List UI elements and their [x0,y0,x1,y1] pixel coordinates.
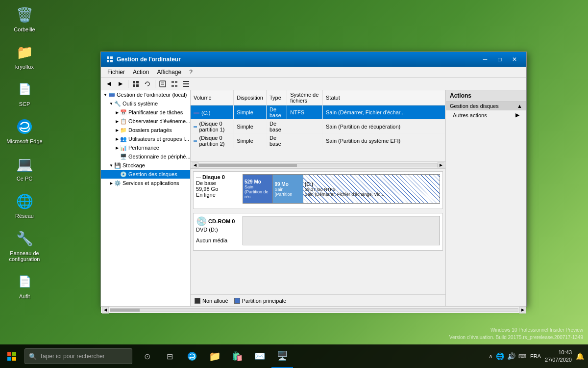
actions-section-arrow: ▲ [517,103,522,109]
tree-item-planif[interactable]: ▶ 📅 Planificateur de tâches [101,108,190,117]
svg-rect-7 [133,84,135,87]
toolbar-up[interactable] [130,79,141,89]
toolbar-view[interactable] [169,79,180,89]
taskbar-language[interactable]: FRA [530,353,541,359]
disk0-size: 59,98 Go [196,186,243,192]
toolbar-forward[interactable]: ▶ [115,79,126,89]
taskbar-explorer[interactable]: 📁 [204,344,225,368]
tree-item-root[interactable]: ▼ Gestion de l'ordinateur (local) [101,90,190,99]
disk-table: Volume Disposition Type Système de fichi… [191,90,445,148]
disk-visual-area: — Disque 0 De base 59,98 Go En ligne 529… [191,169,445,294]
svg-rect-8 [136,84,139,87]
menu-fichier[interactable]: Fichier [103,68,129,77]
svg-rect-25 [12,357,16,361]
scroll-bottom-left[interactable]: ◀ [102,307,109,314]
taskbar-keyboard[interactable]: ⌨ [518,353,526,360]
desktop-icon-aufit[interactable]: 📄 Aufit [7,272,42,299]
svg-rect-17 [183,81,189,82]
tree-label-utilisateurs: Utilisateurs et groupes l... [128,136,189,142]
taskbar-taskview[interactable]: ⊟ [159,344,180,368]
reseau-label: Réseau [15,213,34,219]
scp-icon: 📄 [15,79,34,99]
window-bottom-scrollbar[interactable]: ◀ ▶ [101,306,526,313]
tree-item-observ[interactable]: ▶ 📋 Observateur d'événeme... [101,117,190,126]
os-watermark: Windows 10 Professionnel Insider Preview… [449,326,583,341]
table-scrollbar[interactable]: ◀ ▶ [191,161,445,168]
bottom-scrollbar-track[interactable] [110,308,518,312]
tree-item-perf[interactable]: ▶ 📊 Performance [101,143,190,152]
search-bar[interactable]: 🔍 Taper ici pour rechercher [24,348,132,364]
scroll-left[interactable]: ◀ [192,162,198,169]
svg-rect-6 [136,81,139,83]
scroll-right[interactable]: ▶ [438,162,444,169]
menu-help[interactable]: ? [185,68,196,77]
toolbar: ◀ ▶ [101,78,526,90]
legend-unallocated: Non alloué [195,298,228,304]
disk0-name: Disque 0 [202,174,225,180]
table-row[interactable]: (Disque 0 partition 2) Simple De base Sa… [191,134,445,148]
table-row[interactable]: (Disque 0 partition 1) Simple De base Sa… [191,120,445,134]
tree-item-gestionnaire[interactable]: ▶ 🖥️ Gestionnaire de périphé... [101,152,190,161]
actions-section-gestion[interactable]: Gestion des disques ▲ [446,102,526,110]
partition-0-1[interactable]: 99 Mo Sain (Partition [273,175,303,203]
action-autres[interactable]: Autres actions ▶ [446,110,526,120]
desktop-icon-reseau[interactable]: 🌐 Réseau [7,191,42,219]
svg-rect-14 [175,81,177,83]
svg-rect-24 [7,357,11,361]
legend-label-primary: Partition principale [242,298,287,304]
toolbar-properties[interactable] [157,79,168,89]
tree-item-utilisateurs[interactable]: ▶ 👥 Utilisateurs et groupes l... [101,134,190,143]
right-panel: Volume Disposition Type Système de fichi… [191,90,445,306]
toolbar-extra[interactable] [181,79,192,89]
cdrom-status: Aucun média [196,237,243,243]
cell-type: De base [266,134,287,148]
taskbar-store[interactable]: 🛍️ [226,344,248,368]
desktop-icon-kryoflux[interactable]: 📁 kryoflux [7,42,42,70]
start-button[interactable] [0,344,24,368]
legend-box-unallocated [195,298,200,304]
scrollbar-track[interactable] [198,163,438,167]
scroll-bottom-right[interactable]: ▶ [519,307,526,314]
close-button[interactable]: ✕ [508,53,521,65]
tree-item-outils[interactable]: ▼ 🔧 Outils système [101,99,190,108]
taskbar-network[interactable]: 🌐 [496,352,504,360]
desktop-icon-scp[interactable]: 📄 SCP [7,79,42,107]
desktop-icon-msedge[interactable]: Microsoft Edge [7,117,42,144]
table-row[interactable]: (C:) Simple De base NTFS Sain (Démarrer,… [191,105,445,120]
desktop-icon-corbeille[interactable]: 🗑️ Corbeille [7,5,42,32]
taskbar-active-app[interactable]: 🖥️ [271,344,293,368]
taskbar-notification[interactable]: 🔔 [576,352,584,360]
tree-item-services[interactable]: ▶ ⚙️ Services et applications [101,179,190,187]
svg-rect-18 [183,83,189,84]
tree-item-dossiers[interactable]: ▶ 📁 Dossiers partagés [101,126,190,134]
tree-label-observ: Observateur d'événeme... [128,118,190,124]
toolbar-back[interactable]: ◀ [103,79,114,89]
desktop-icon-cepc[interactable]: 💻 Ce PC [7,154,42,182]
main-content: ▼ Gestion de l'ordinateur (local) ▼ 🔧 Ou… [101,90,526,306]
taskbar-volume[interactable]: 🔊 [507,352,515,360]
taskbar-edge-icon[interactable] [181,344,203,368]
cell-volume: (C:) [191,105,234,120]
taskbar-chevron[interactable]: ∧ [489,353,493,360]
clock-time: 10:43 [545,349,572,356]
partition-0-0[interactable]: 529 Mo Sain (Partition de réc... [243,175,273,203]
action-autres-arrow: ▶ [515,112,519,118]
maximize-button[interactable]: □ [493,53,507,65]
search-icon: 🔍 [29,353,37,360]
aufit-label: Aufit [19,293,30,299]
tree-item-gestiondisques[interactable]: ▶ 💿 Gestion des disques [101,170,190,179]
desktop-icon-panneau[interactable]: 🔧 Panneau de configuration [7,229,42,262]
minimize-button[interactable]: ─ [478,53,492,65]
taskbar-cortana[interactable]: ⊙ [136,344,158,368]
toolbar-refresh[interactable] [142,79,153,89]
toolbar-sep1 [128,80,128,88]
taskbar-clock[interactable]: 10:43 27/07/2020 [545,349,572,364]
tree-label-dossiers: Dossiers partagés [128,127,172,133]
menu-affichage[interactable]: Affichage [153,68,185,77]
taskbar-mail[interactable]: ✉️ [249,344,270,368]
actions-section-title: Gestion des disques [450,103,499,109]
desktop-icons: 🗑️ Corbeille 📁 kryoflux 📄 SCP Microsof [7,5,42,299]
menu-action[interactable]: Action [129,68,153,77]
tree-item-stockage[interactable]: ▼ 💾 Stockage [101,161,190,170]
partition-0-2[interactable]: (C:) 59,37 Go NTFS Sain (Démarrer, Fichi… [303,175,440,203]
